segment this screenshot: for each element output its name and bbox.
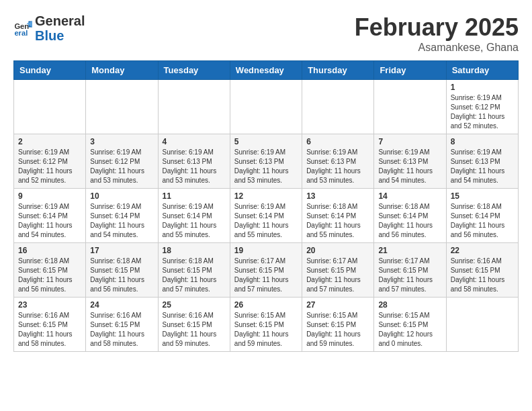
day-number: 5 [234,137,298,146]
day-info: Sunrise: 6:19 AMSunset: 6:12 PMDaylight:… [90,148,153,185]
day-number: 18 [163,246,226,255]
day-number: 11 [163,191,226,201]
day-cell: 7Sunrise: 6:19 AMSunset: 6:13 PMDaylight… [374,134,446,189]
day-info: Sunrise: 6:18 AMSunset: 6:15 PMDaylight:… [163,257,226,294]
day-info: Sunrise: 6:19 AMSunset: 6:12 PMDaylight:… [451,93,514,131]
day-cell: 18Sunrise: 6:18 AMSunset: 6:15 PMDayligh… [158,243,230,298]
day-number: 8 [451,137,514,146]
day-info: Sunrise: 6:18 AMSunset: 6:14 PMDaylight:… [306,202,369,240]
day-cell: 6Sunrise: 6:19 AMSunset: 6:13 PMDaylight… [302,134,374,189]
day-cell: 28Sunrise: 6:15 AMSunset: 6:15 PMDayligh… [374,298,446,352]
day-info: Sunrise: 6:19 AMSunset: 6:13 PMDaylight:… [451,148,514,185]
weekday-header-sunday: Sunday [14,61,86,80]
day-number: 21 [378,246,441,255]
day-info: Sunrise: 6:15 AMSunset: 6:15 PMDaylight:… [306,311,369,349]
day-number: 19 [234,246,298,255]
day-info: Sunrise: 6:17 AMSunset: 6:15 PMDaylight:… [306,257,369,294]
day-info: Sunrise: 6:19 AMSunset: 6:14 PMDaylight:… [234,202,298,240]
day-cell: 17Sunrise: 6:18 AMSunset: 6:15 PMDayligh… [86,243,158,298]
day-info: Sunrise: 6:19 AMSunset: 6:12 PMDaylight:… [18,148,81,185]
day-number: 24 [90,300,153,310]
day-cell: 24Sunrise: 6:16 AMSunset: 6:15 PMDayligh… [86,298,158,352]
day-cell: 13Sunrise: 6:18 AMSunset: 6:14 PMDayligh… [302,189,374,243]
weekday-header-monday: Monday [86,61,158,80]
day-info: Sunrise: 6:16 AMSunset: 6:15 PMDaylight:… [90,311,153,349]
day-cell [230,80,302,134]
week-row-4: 16Sunrise: 6:18 AMSunset: 6:15 PMDayligh… [14,243,519,298]
day-number: 7 [378,137,441,146]
weekday-header-row: SundayMondayTuesdayWednesdayThursdayFrid… [14,61,519,80]
day-cell: 10Sunrise: 6:19 AMSunset: 6:14 PMDayligh… [86,189,158,243]
day-cell: 27Sunrise: 6:15 AMSunset: 6:15 PMDayligh… [302,298,374,352]
day-cell: 12Sunrise: 6:19 AMSunset: 6:14 PMDayligh… [230,189,302,243]
day-number: 14 [378,191,441,201]
week-row-2: 2Sunrise: 6:19 AMSunset: 6:12 PMDaylight… [14,134,519,189]
day-number: 1 [451,83,514,92]
day-cell [158,80,230,134]
day-info: Sunrise: 6:15 AMSunset: 6:15 PMDaylight:… [378,311,441,349]
day-cell [446,298,518,352]
day-info: Sunrise: 6:19 AMSunset: 6:13 PMDaylight:… [163,148,226,185]
day-number: 3 [90,137,153,146]
day-info: Sunrise: 6:19 AMSunset: 6:13 PMDaylight:… [306,148,369,185]
weekday-header-saturday: Saturday [446,61,518,80]
day-cell: 22Sunrise: 6:16 AMSunset: 6:15 PMDayligh… [446,243,518,298]
day-cell: 9Sunrise: 6:19 AMSunset: 6:14 PMDaylight… [14,189,86,243]
day-cell: 1Sunrise: 6:19 AMSunset: 6:12 PMDaylight… [446,80,518,134]
day-cell: 19Sunrise: 6:17 AMSunset: 6:15 PMDayligh… [230,243,302,298]
day-number: 2 [18,137,81,146]
logo: Gen eral General Blue [13,13,85,43]
day-info: Sunrise: 6:18 AMSunset: 6:14 PMDaylight:… [378,202,441,240]
day-cell [374,80,446,134]
day-info: Sunrise: 6:18 AMSunset: 6:15 PMDaylight:… [18,257,81,294]
week-row-5: 23Sunrise: 6:16 AMSunset: 6:15 PMDayligh… [14,298,519,352]
logo-icon: Gen eral [13,19,32,38]
day-cell: 16Sunrise: 6:18 AMSunset: 6:15 PMDayligh… [14,243,86,298]
day-number: 25 [163,300,226,310]
weekday-header-thursday: Thursday [302,61,374,80]
day-number: 10 [90,191,153,201]
weekday-header-tuesday: Tuesday [158,61,230,80]
day-cell: 15Sunrise: 6:18 AMSunset: 6:14 PMDayligh… [446,189,518,243]
page-header: Gen eral General Blue February 2025 Asam… [13,13,519,54]
location-title: Asamankese, Ghana [355,42,519,54]
day-number: 28 [378,300,441,310]
day-cell [302,80,374,134]
day-cell: 25Sunrise: 6:16 AMSunset: 6:15 PMDayligh… [158,298,230,352]
day-number: 27 [306,300,369,310]
day-info: Sunrise: 6:19 AMSunset: 6:13 PMDaylight:… [378,148,441,185]
day-number: 22 [451,246,514,255]
day-cell: 8Sunrise: 6:19 AMSunset: 6:13 PMDaylight… [446,134,518,189]
day-cell: 23Sunrise: 6:16 AMSunset: 6:15 PMDayligh… [14,298,86,352]
day-info: Sunrise: 6:17 AMSunset: 6:15 PMDaylight:… [234,257,298,294]
day-cell: 3Sunrise: 6:19 AMSunset: 6:12 PMDaylight… [86,134,158,189]
day-info: Sunrise: 6:19 AMSunset: 6:13 PMDaylight:… [234,148,298,185]
day-cell [14,80,86,134]
logo-text: General [35,13,85,28]
day-info: Sunrise: 6:18 AMSunset: 6:15 PMDaylight:… [90,257,153,294]
logo-blue: Blue [35,28,85,43]
day-info: Sunrise: 6:17 AMSunset: 6:15 PMDaylight:… [378,257,441,294]
weekday-header-wednesday: Wednesday [230,61,302,80]
day-info: Sunrise: 6:15 AMSunset: 6:15 PMDaylight:… [234,311,298,349]
day-cell: 5Sunrise: 6:19 AMSunset: 6:13 PMDaylight… [230,134,302,189]
day-number: 15 [451,191,514,201]
day-cell: 11Sunrise: 6:19 AMSunset: 6:14 PMDayligh… [158,189,230,243]
month-title: February 2025 [355,13,519,42]
week-row-1: 1Sunrise: 6:19 AMSunset: 6:12 PMDaylight… [14,80,519,134]
day-cell [86,80,158,134]
day-cell: 2Sunrise: 6:19 AMSunset: 6:12 PMDaylight… [14,134,86,189]
title-block: February 2025 Asamankese, Ghana [355,13,519,54]
calendar: SundayMondayTuesdayWednesdayThursdayFrid… [13,60,519,352]
day-number: 12 [234,191,298,201]
day-number: 20 [306,246,369,255]
day-info: Sunrise: 6:19 AMSunset: 6:14 PMDaylight:… [18,202,81,240]
day-info: Sunrise: 6:16 AMSunset: 6:15 PMDaylight:… [451,257,514,294]
day-number: 16 [18,246,81,255]
weekday-header-friday: Friday [374,61,446,80]
day-number: 23 [18,300,81,310]
day-info: Sunrise: 6:16 AMSunset: 6:15 PMDaylight:… [18,311,81,349]
day-cell: 26Sunrise: 6:15 AMSunset: 6:15 PMDayligh… [230,298,302,352]
day-number: 6 [306,137,369,146]
day-number: 26 [234,300,298,310]
